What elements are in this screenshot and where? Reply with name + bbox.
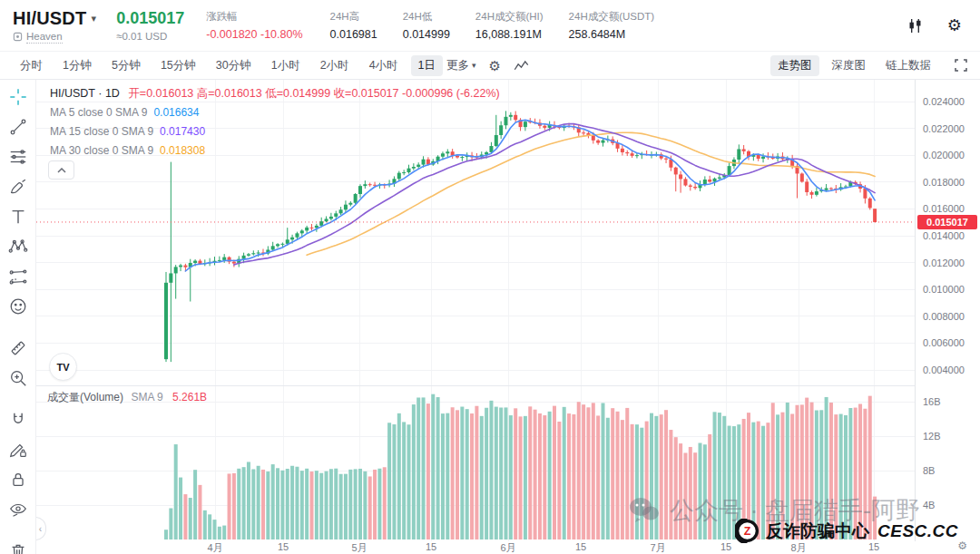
ma-label: MA 15 close 0 SMA 9 xyxy=(50,125,153,138)
indicator-settings-icon[interactable]: ⚙ xyxy=(489,59,501,73)
legend-symbol: HI/USDT · 1D xyxy=(50,87,120,100)
chevron-up-icon xyxy=(57,168,66,173)
text-icon xyxy=(8,207,28,227)
header-stats: 24H高0.01698124H低0.01499924H成交额(HI)16,088… xyxy=(330,10,655,41)
candlestick-style-icon[interactable] xyxy=(906,17,924,34)
header-icons: ⚙ xyxy=(906,17,967,34)
volume-tick: 16B xyxy=(923,396,941,407)
stat-value: 258.6484M xyxy=(569,28,655,41)
tool-forecast[interactable] xyxy=(7,267,29,287)
trend-line-icon xyxy=(8,117,28,137)
stat-24h-volume-usdt: 24H成交额(USDT)258.6484M xyxy=(569,10,655,41)
project-icon xyxy=(13,32,23,42)
tool-magnet[interactable] xyxy=(7,410,29,430)
price-tick: 0.020000 xyxy=(923,150,965,160)
ruler-icon xyxy=(8,338,28,358)
collapse-legend-button[interactable] xyxy=(48,160,74,180)
volume-tick: 12B xyxy=(923,431,941,442)
pair-block[interactable]: HI/USDT ▾ Heaven xyxy=(13,8,96,44)
magnet-icon xyxy=(8,410,28,430)
tool-text[interactable] xyxy=(7,207,29,227)
tool-brush[interactable] xyxy=(7,177,29,197)
indicators-icon[interactable] xyxy=(514,59,529,73)
view-tab-链上数据[interactable]: 链上数据 xyxy=(878,55,938,76)
chart-toolbar: 分时1分钟5分钟15分钟30分钟1小时2小时4小时1日 更多 ▾ ⚙ 走势图深度… xyxy=(0,52,980,80)
ma-legend-row-1: MA 5 close 0 SMA 90.016634 xyxy=(50,102,205,121)
time-tick: 4月 xyxy=(207,541,222,554)
fiat-price: ≈0.01 USD xyxy=(116,31,184,42)
time-tick: 5月 xyxy=(351,541,367,554)
stat-value: 0.014999 xyxy=(403,28,450,41)
tool-crosshair[interactable] xyxy=(7,87,29,107)
ma-label: MA 30 close 0 SMA 9 xyxy=(50,144,153,157)
tool-xabcd-pattern[interactable] xyxy=(7,237,29,257)
zoom-in-icon xyxy=(8,368,28,388)
interval-tab-15分钟[interactable]: 15分钟 xyxy=(153,55,203,76)
tradingview-logo[interactable]: TV xyxy=(49,353,77,381)
interval-tab-2小时[interactable]: 2小时 xyxy=(313,55,357,76)
price-tick: 0.004000 xyxy=(923,364,965,375)
stat-label: 24H高 xyxy=(330,10,377,24)
more-intervals-button[interactable]: 更多 ▾ xyxy=(446,58,476,73)
view-tab-走势图[interactable]: 走势图 xyxy=(770,55,819,76)
price-tick: 0.014000 xyxy=(923,230,965,241)
stat-24h-volume-hi: 24H成交额(HI)16,088.191M xyxy=(475,10,544,41)
stat-24h-high: 24H高0.016981 xyxy=(330,10,377,41)
ma-value: 0.017430 xyxy=(160,125,205,138)
stat-value: 16,088.191M xyxy=(475,28,544,41)
tool-zoom-in[interactable] xyxy=(7,368,29,388)
tool-hide-drawings[interactable] xyxy=(7,500,29,520)
timezone-gear-icon[interactable]: ⚙ xyxy=(957,539,967,552)
ma-value: 0.016634 xyxy=(153,106,199,119)
ma-legend: MA 5 close 0 SMA 90.016634MA 15 close 0 … xyxy=(50,102,205,160)
last-price: 0.015017 xyxy=(116,9,184,28)
emoji-icon xyxy=(8,296,28,316)
current-price-label: 0.015017 xyxy=(917,215,977,229)
time-tick: 7月 xyxy=(650,541,665,554)
volume-label: 成交量(Volume) xyxy=(47,391,123,403)
chart-area[interactable]: HI/USDT · 1D 开=0.016013 高=0.016013 低=0.0… xyxy=(36,80,915,541)
time-tick: 15 xyxy=(575,541,586,552)
volume-sma-value: 5.261B xyxy=(172,391,207,403)
tool-gann-lines[interactable] xyxy=(7,147,29,167)
stat-value: 0.016981 xyxy=(330,28,377,41)
xabcd-pattern-icon xyxy=(8,237,28,257)
price-tick: 0.008000 xyxy=(923,311,965,322)
time-tick: 15 xyxy=(426,541,436,552)
interval-tab-5分钟[interactable]: 5分钟 xyxy=(104,55,148,76)
tool-ruler[interactable] xyxy=(7,338,29,358)
tool-emoji[interactable] xyxy=(7,296,29,316)
price-tick: 0.006000 xyxy=(923,337,965,348)
interval-tab-1小时[interactable]: 1小时 xyxy=(264,55,308,76)
interval-tab-分时[interactable]: 分时 xyxy=(13,55,50,76)
price-tick: 0.016000 xyxy=(923,203,965,214)
interval-tab-30分钟[interactable]: 30分钟 xyxy=(209,55,259,76)
tool-trend-line[interactable] xyxy=(7,117,29,137)
project-name[interactable]: Heaven xyxy=(26,31,63,44)
interval-tab-1分钟[interactable]: 1分钟 xyxy=(55,55,99,76)
fullscreen-icon[interactable] xyxy=(955,59,967,72)
volume-tick: 4B xyxy=(923,500,935,510)
interval-tab-4小时[interactable]: 4小时 xyxy=(362,55,406,76)
tool-remove-drawings[interactable] xyxy=(7,541,29,554)
interval-tab-1日[interactable]: 1日 xyxy=(411,55,443,76)
price-tick: 0.010000 xyxy=(923,284,965,295)
volume-sma-label: SMA 9 xyxy=(131,391,162,403)
stat-24h-low: 24H低0.014999 xyxy=(403,10,450,41)
symbol-header: HI/USDT ▾ Heaven 0.015017 ≈0.01 USD 涨跌幅 … xyxy=(0,0,980,52)
tool-lock-all[interactable] xyxy=(7,470,29,490)
view-tab-深度图[interactable]: 深度图 xyxy=(825,55,874,76)
change-block: 涨跌幅 -0.001820 -10.80% xyxy=(206,10,302,41)
time-tick: 6月 xyxy=(500,541,515,554)
drawing-toolbar xyxy=(0,80,36,554)
drawing-mode-icon xyxy=(8,440,28,460)
chevron-down-icon[interactable]: ▾ xyxy=(91,13,96,24)
settings-gear-icon[interactable]: ⚙ xyxy=(947,17,962,34)
time-axis[interactable]: ⚙ 4月155月156月157月158月15 xyxy=(36,541,980,554)
price-axis[interactable]: 0.0240000.0220000.0200000.0180000.016000… xyxy=(915,80,980,541)
brush-icon xyxy=(8,177,28,197)
tool-drawing-mode[interactable] xyxy=(7,440,29,460)
ma-legend-row-3: MA 30 close 0 SMA 90.018308 xyxy=(50,141,205,160)
stat-label: 24H成交额(USDT) xyxy=(569,10,655,24)
lock-all-icon xyxy=(8,470,28,490)
